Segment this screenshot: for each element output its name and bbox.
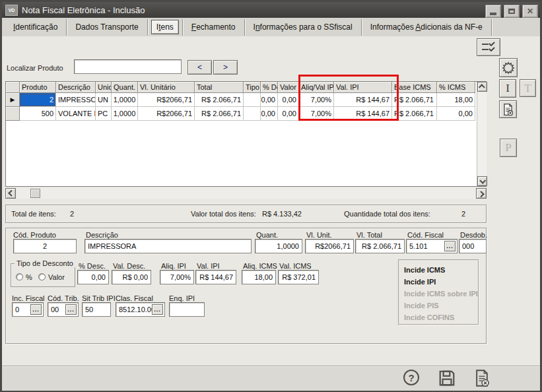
cell-descricao[interactable]: IMPRESSORA bbox=[56, 93, 96, 107]
tab-informacoes-adicionais-nfe[interactable]: Informações Adicionais da NF-e bbox=[363, 19, 490, 35]
vl-unit-field[interactable]: R$2066,71 bbox=[305, 239, 354, 253]
grid-vertical-scrollbar[interactable] bbox=[477, 82, 487, 186]
inc-fiscal-field[interactable]: 0 ... bbox=[12, 302, 44, 317]
val-ipi-field[interactable]: R$ 144,67 bbox=[195, 270, 236, 284]
cell-val-ipi[interactable]: R$ 144,67 bbox=[334, 93, 392, 107]
cell-total[interactable]: R$ 2.066,71 bbox=[195, 107, 244, 121]
items-grid[interactable]: Produto Descrição Unid Quant. Vl. Unitár… bbox=[5, 81, 487, 187]
lookup-button[interactable]: ... bbox=[444, 241, 456, 251]
close-button[interactable]: ✕ bbox=[522, 5, 538, 18]
val-desc-field[interactable]: R$ 0,00 bbox=[112, 270, 151, 284]
nfe-window: VD Nota Fiscal Eletrônica - Inclusão ✕ I… bbox=[0, 0, 542, 392]
col-aliq-val-ipi[interactable]: Aliq/Val IP bbox=[299, 82, 334, 93]
tab-itens[interactable]: Itens bbox=[151, 20, 179, 34]
table-row[interactable]: 500 VOLANTE MO PC 1,0000 R$2066,71 R$ 2.… bbox=[6, 107, 486, 121]
cell-perc-desc[interactable]: 0,00 bbox=[261, 107, 278, 121]
cell-perc-icms[interactable]: 0,00 bbox=[437, 107, 475, 121]
grid-horizontal-scrollbar[interactable] bbox=[5, 188, 487, 199]
save-button[interactable] bbox=[438, 370, 456, 387]
tab-informacoes-ssfiscal[interactable]: Informações para o SSfiscal bbox=[246, 19, 360, 35]
minimize-icon bbox=[490, 13, 496, 15]
cell-aliq-val-ipi[interactable]: 7,00% bbox=[299, 93, 334, 107]
cod-trib-field[interactable]: 00 ... bbox=[48, 302, 79, 317]
cell-total[interactable]: R$ 2.066,71 bbox=[195, 93, 244, 107]
cell-base-icms[interactable]: R$ 2.066,71 bbox=[392, 93, 437, 107]
lookup-button[interactable]: ... bbox=[30, 304, 42, 315]
maximize-button[interactable] bbox=[504, 5, 520, 18]
col-perc-icms[interactable]: % ICMS bbox=[437, 82, 475, 93]
col-base-icms[interactable]: Base ICMS bbox=[392, 82, 437, 93]
cell-tipo[interactable] bbox=[244, 107, 261, 121]
descricao-field[interactable]: IMPRESSORA bbox=[85, 239, 252, 253]
aliq-icms-field[interactable]: 18,00 bbox=[242, 270, 276, 284]
cell-tipo[interactable] bbox=[244, 93, 261, 107]
scroll-down-button[interactable] bbox=[477, 176, 487, 186]
col-perc-desc[interactable]: % De bbox=[261, 82, 278, 93]
scroll-up-button[interactable] bbox=[477, 82, 487, 92]
scrollbar-thumb[interactable] bbox=[30, 189, 40, 198]
cell-quant[interactable]: 1,0000 bbox=[112, 93, 138, 107]
lookup-button[interactable]: ... bbox=[152, 304, 163, 315]
col-quant[interactable]: Quant. bbox=[112, 82, 138, 93]
col-val-ipi[interactable]: Val. IPI bbox=[334, 82, 392, 93]
col-produto[interactable]: Produto bbox=[20, 82, 56, 93]
col-valor[interactable]: Valor bbox=[278, 82, 299, 93]
vl-total-field[interactable]: R$ 2.066,71 bbox=[355, 239, 405, 253]
cancel-button[interactable] bbox=[473, 369, 491, 387]
cod-produto-field[interactable]: 2 bbox=[13, 239, 77, 253]
tab-dados-transporte[interactable]: Dados Transporte bbox=[68, 19, 145, 35]
cell-produto[interactable]: 500 bbox=[20, 107, 56, 121]
cod-trib-label: Cód. Trib. bbox=[48, 294, 79, 302]
cod-fiscal-field[interactable]: 5.101 ... bbox=[406, 239, 457, 253]
col-tipo[interactable]: Tipo bbox=[244, 82, 261, 93]
perc-desc-field[interactable]: 0,00 bbox=[77, 270, 109, 284]
scroll-left-button[interactable] bbox=[5, 188, 16, 199]
discount-value-radio[interactable] bbox=[38, 273, 46, 280]
prev-product-button[interactable]: < bbox=[187, 60, 212, 75]
checklist-icon bbox=[481, 42, 496, 53]
cell-aliq-val-ipi[interactable]: 7,00% bbox=[299, 107, 334, 121]
italic-button[interactable]: I bbox=[499, 79, 516, 98]
tab-identificacao[interactable]: Identificação bbox=[6, 19, 65, 35]
total-value-value: R$ 4.133,42 bbox=[262, 210, 302, 218]
cell-unid[interactable]: UN bbox=[96, 93, 112, 107]
cell-quant[interactable]: 1,0000 bbox=[112, 107, 138, 121]
quant-field[interactable]: 1,0000 bbox=[255, 239, 302, 253]
tab-fechamento[interactable]: Fechamento bbox=[184, 19, 243, 35]
cell-perc-desc[interactable]: 0,00 bbox=[261, 93, 278, 107]
cell-vl-unitario[interactable]: R$2066,71 bbox=[138, 93, 195, 107]
total-value-label: Valor total dos itens: bbox=[191, 210, 256, 218]
next-product-button[interactable]: > bbox=[213, 60, 238, 75]
aliq-ipi-field[interactable]: 7,00% bbox=[160, 270, 194, 284]
cell-perc-icms[interactable]: 18,00 bbox=[437, 93, 475, 107]
cell-produto[interactable]: 2 bbox=[20, 93, 56, 107]
burst-button[interactable] bbox=[499, 58, 518, 77]
table-row[interactable]: ▶ 2 IMPRESSORA UN 1,0000 R$2066,71 R$ 2.… bbox=[6, 93, 486, 107]
search-input[interactable] bbox=[74, 59, 182, 74]
cell-base-icms[interactable]: R$ 2.066,71 bbox=[392, 107, 437, 121]
cell-descricao[interactable]: VOLANTE MO bbox=[56, 107, 96, 121]
scroll-right-button[interactable] bbox=[476, 188, 487, 199]
enq-ipi-field[interactable] bbox=[169, 302, 205, 317]
sit-trib-ipi-field[interactable]: 50 bbox=[82, 302, 111, 317]
discount-percent-radio[interactable] bbox=[16, 273, 23, 280]
cell-vl-unitario[interactable]: R$2066,71 bbox=[138, 107, 195, 121]
desdob-field[interactable]: 000 bbox=[459, 239, 487, 253]
col-unid[interactable]: Unid bbox=[96, 82, 112, 93]
remove-document-button[interactable] bbox=[499, 100, 517, 118]
lookup-button[interactable]: ... bbox=[65, 304, 77, 315]
col-vl-unitario[interactable]: Vl. Unitário bbox=[138, 82, 195, 93]
clas-fiscal-field[interactable]: 8512.10.00 ... bbox=[116, 302, 165, 317]
incide-cofins-item: Incide COFINS bbox=[404, 311, 478, 323]
cell-val-ipi[interactable]: R$ 144,67 bbox=[334, 107, 392, 121]
help-button[interactable]: ? bbox=[403, 370, 419, 385]
quant-label: Quant. bbox=[256, 231, 278, 239]
col-descricao[interactable]: Descrição bbox=[56, 82, 96, 93]
multi-select-button[interactable] bbox=[477, 38, 500, 56]
val-icms-field[interactable]: R$ 372,01 bbox=[278, 270, 319, 284]
cell-unid[interactable]: PC bbox=[96, 107, 112, 121]
col-total[interactable]: Total bbox=[195, 82, 244, 93]
minimize-button[interactable] bbox=[485, 5, 501, 18]
cell-valor[interactable]: 0,00 bbox=[278, 93, 299, 107]
cell-valor[interactable]: 0,00 bbox=[278, 107, 299, 121]
